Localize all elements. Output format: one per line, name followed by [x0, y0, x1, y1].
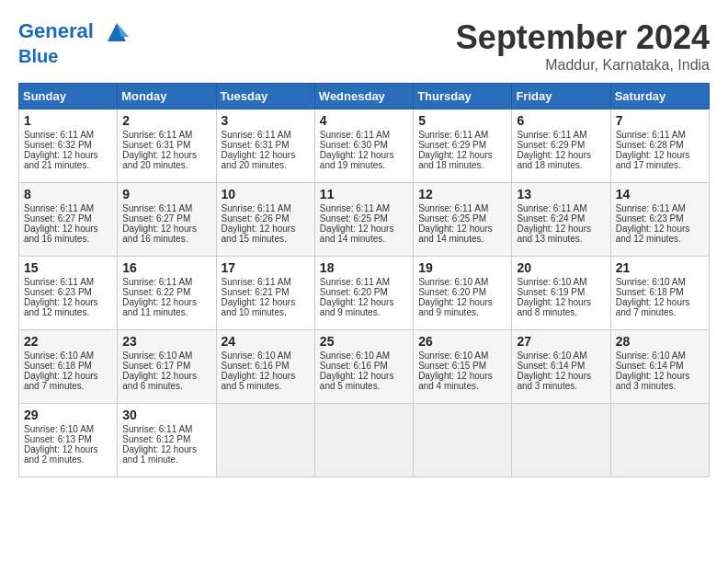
table-row: 6 Sunrise: 6:11 AM Sunset: 6:29 PM Dayli… — [512, 109, 610, 183]
table-row: 30 Sunrise: 6:11 AM Sunset: 6:12 PM Dayl… — [118, 404, 216, 477]
day-number: 11 — [320, 187, 408, 201]
table-row: 23 Sunrise: 6:10 AM Sunset: 6:17 PM Dayl… — [118, 330, 216, 404]
sunrise: Sunrise: 6:10 AM — [24, 350, 94, 361]
calendar-table: Sunday Monday Tuesday Wednesday Thursday… — [18, 83, 710, 477]
daylight: Daylight: 12 hours and 7 minutes. — [616, 297, 690, 317]
sunrise: Sunrise: 6:11 AM — [616, 203, 686, 213]
table-row: 20 Sunrise: 6:10 AM Sunset: 6:19 PM Dayl… — [512, 257, 610, 330]
daylight: Daylight: 12 hours and 6 minutes. — [122, 371, 197, 391]
table-row: 8 Sunrise: 6:11 AM Sunset: 6:27 PM Dayli… — [19, 183, 118, 257]
sunset: Sunset: 6:15 PM — [418, 361, 486, 371]
sunset: Sunset: 6:13 PM — [24, 434, 92, 444]
daylight: Daylight: 12 hours and 7 minutes. — [24, 371, 98, 391]
day-number: 2 — [122, 113, 210, 128]
sunrise: Sunrise: 6:11 AM — [122, 277, 192, 287]
sunrise: Sunrise: 6:11 AM — [616, 130, 686, 140]
sunset: Sunset: 6:22 PM — [122, 287, 190, 297]
sunset: Sunset: 6:18 PM — [616, 287, 684, 297]
day-number: 19 — [418, 260, 506, 275]
table-row: 13 Sunrise: 6:11 AM Sunset: 6:24 PM Dayl… — [512, 183, 610, 257]
sunset: Sunset: 6:30 PM — [320, 140, 388, 150]
day-number: 24 — [222, 334, 310, 349]
sunrise: Sunrise: 6:10 AM — [517, 350, 586, 361]
sunrise: Sunrise: 6:11 AM — [320, 277, 390, 287]
table-row: 25 Sunrise: 6:10 AM Sunset: 6:16 PM Dayl… — [314, 330, 413, 404]
calendar-header-row: Sunday Monday Tuesday Wednesday Thursday… — [19, 84, 710, 109]
day-number: 29 — [24, 408, 112, 422]
daylight: Daylight: 12 hours and 20 minutes. — [222, 150, 296, 170]
sunrise: Sunrise: 6:10 AM — [122, 350, 192, 361]
sunset: Sunset: 6:17 PM — [122, 361, 190, 371]
daylight: Daylight: 12 hours and 14 minutes. — [418, 224, 493, 244]
sunrise: Sunrise: 6:10 AM — [222, 350, 291, 361]
table-row: 4 Sunrise: 6:11 AM Sunset: 6:30 PM Dayli… — [314, 109, 413, 183]
col-monday: Monday — [118, 84, 216, 109]
sunrise: Sunrise: 6:10 AM — [320, 350, 390, 361]
daylight: Daylight: 12 hours and 1 minute. — [122, 444, 197, 465]
table-row: 12 Sunrise: 6:11 AM Sunset: 6:25 PM Dayl… — [414, 183, 512, 257]
sunset: Sunset: 6:20 PM — [320, 287, 388, 297]
sunset: Sunset: 6:14 PM — [517, 361, 585, 371]
day-number: 3 — [222, 113, 310, 128]
sunrise: Sunrise: 6:11 AM — [24, 203, 94, 213]
table-row: 19 Sunrise: 6:10 AM Sunset: 6:20 PM Dayl… — [414, 257, 512, 330]
table-row — [216, 404, 314, 477]
sunrise: Sunrise: 6:11 AM — [418, 130, 488, 140]
table-row: 17 Sunrise: 6:11 AM Sunset: 6:21 PM Dayl… — [216, 257, 314, 330]
sunset: Sunset: 6:26 PM — [222, 213, 290, 224]
sunrise: Sunrise: 6:11 AM — [222, 203, 291, 213]
logo-blue: Blue — [18, 46, 58, 66]
calendar-week-row: 22 Sunrise: 6:10 AM Sunset: 6:18 PM Dayl… — [19, 330, 710, 404]
daylight: Daylight: 12 hours and 8 minutes. — [517, 297, 591, 317]
logo-icon — [103, 18, 131, 46]
logo-general: General — [18, 19, 94, 42]
table-row — [314, 404, 413, 477]
day-number: 10 — [222, 187, 310, 201]
day-number: 6 — [517, 113, 605, 128]
daylight: Daylight: 12 hours and 21 minutes. — [24, 150, 98, 170]
daylight: Daylight: 12 hours and 18 minutes. — [418, 150, 493, 170]
sunset: Sunset: 6:29 PM — [517, 140, 585, 150]
sunset: Sunset: 6:20 PM — [418, 287, 486, 297]
sunset: Sunset: 6:27 PM — [122, 213, 190, 224]
month-title: September 2024 — [456, 18, 710, 57]
day-number: 14 — [616, 187, 704, 201]
daylight: Daylight: 12 hours and 5 minutes. — [222, 371, 296, 391]
sunrise: Sunrise: 6:11 AM — [320, 203, 390, 213]
sunrise: Sunrise: 6:10 AM — [418, 350, 488, 361]
table-row: 18 Sunrise: 6:11 AM Sunset: 6:20 PM Dayl… — [314, 257, 413, 330]
sunrise: Sunrise: 6:11 AM — [320, 130, 390, 140]
table-row: 3 Sunrise: 6:11 AM Sunset: 6:31 PM Dayli… — [216, 109, 314, 183]
day-number: 23 — [122, 334, 210, 349]
daylight: Daylight: 12 hours and 10 minutes. — [222, 297, 296, 317]
sunrise: Sunrise: 6:11 AM — [222, 277, 291, 287]
sunrise: Sunrise: 6:10 AM — [24, 424, 94, 434]
sunrise: Sunrise: 6:11 AM — [418, 203, 488, 213]
daylight: Daylight: 12 hours and 16 minutes. — [122, 224, 197, 244]
title-block: September 2024 Maddur, Karnataka, India — [456, 18, 710, 74]
daylight: Daylight: 12 hours and 3 minutes. — [517, 371, 591, 391]
col-tuesday: Tuesday — [216, 84, 314, 109]
daylight: Daylight: 12 hours and 15 minutes. — [222, 224, 296, 244]
day-number: 5 — [418, 113, 506, 128]
day-number: 7 — [616, 113, 704, 128]
day-number: 21 — [616, 260, 704, 275]
daylight: Daylight: 12 hours and 14 minutes. — [320, 224, 394, 244]
sunset: Sunset: 6:29 PM — [418, 140, 486, 150]
sunset: Sunset: 6:18 PM — [24, 361, 92, 371]
table-row: 27 Sunrise: 6:10 AM Sunset: 6:14 PM Dayl… — [512, 330, 610, 404]
day-number: 4 — [320, 113, 408, 128]
day-number: 1 — [24, 113, 112, 128]
table-row: 14 Sunrise: 6:11 AM Sunset: 6:23 PM Dayl… — [610, 183, 709, 257]
table-row: 2 Sunrise: 6:11 AM Sunset: 6:31 PM Dayli… — [118, 109, 216, 183]
col-saturday: Saturday — [610, 84, 709, 109]
sunset: Sunset: 6:23 PM — [616, 213, 684, 224]
table-row: 1 Sunrise: 6:11 AM Sunset: 6:32 PM Dayli… — [19, 109, 118, 183]
day-number: 18 — [320, 260, 408, 275]
sunrise: Sunrise: 6:11 AM — [122, 203, 192, 213]
col-thursday: Thursday — [414, 84, 512, 109]
page-header: General Blue September 2024 Maddur, Karn… — [18, 18, 710, 74]
day-number: 16 — [122, 260, 210, 275]
day-number: 8 — [24, 187, 112, 201]
day-number: 28 — [616, 334, 704, 349]
